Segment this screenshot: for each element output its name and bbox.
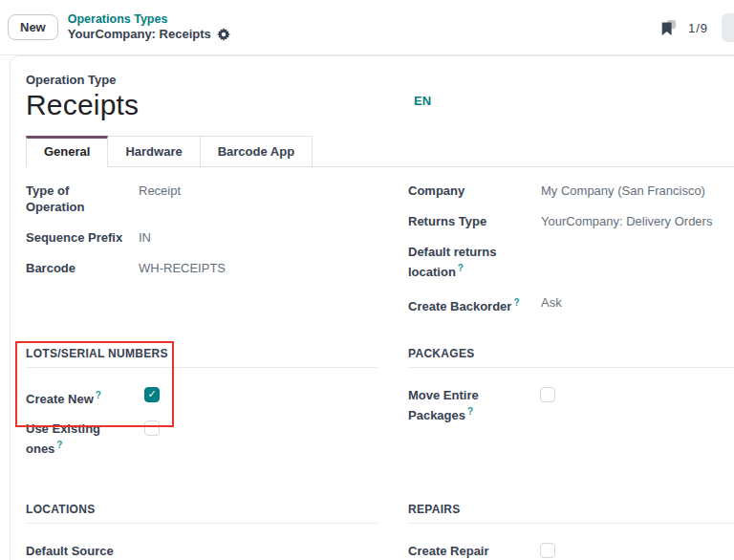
gear-icon[interactable] (217, 28, 230, 41)
field-label: Sequence Prefix (26, 229, 139, 246)
field-sequence-prefix: Sequence Prefix IN (26, 229, 378, 246)
field-default-source-location: Default Source Location? (26, 543, 378, 560)
field-label: Default returns location? (408, 244, 541, 280)
form-body: Type of Operation Receipt Sequence Prefi… (26, 183, 734, 560)
field-value[interactable]: WH-RECEIPTS (139, 260, 226, 276)
use-existing-ones-checkbox[interactable] (144, 420, 160, 436)
move-entire-packages-checkbox[interactable] (540, 387, 555, 402)
breadcrumb-parent-link[interactable]: Operations Types (68, 12, 230, 28)
field-label-text: Default Source Location (26, 544, 114, 560)
field-label: Default Source Location? (26, 543, 159, 560)
field-value[interactable]: IN (139, 229, 151, 246)
field-label: Move Entire Packages? (408, 387, 540, 423)
create-repair-orders-checkbox[interactable] (540, 543, 555, 558)
field-label: Create Repair Orders from Returns? (408, 543, 540, 560)
field-label: Use Existing ones? (26, 420, 144, 457)
field-label: Company (408, 183, 541, 199)
section-packages: PACKAGES Move Entire Packages? (408, 347, 734, 437)
field-label-text: Move Entire Packages (408, 388, 479, 422)
group-right-top: Company My Company (San Francisco) Retur… (408, 183, 734, 330)
field-label-text: Create Backorder (408, 300, 511, 314)
operation-type-label: Operation Type (26, 73, 734, 87)
field-value[interactable]: Receipt (139, 183, 181, 215)
section-title: PACKAGES (408, 347, 734, 368)
group-left-top: Type of Operation Receipt Sequence Prefi… (26, 183, 378, 291)
field-value[interactable]: Ask (541, 294, 562, 314)
tab-general[interactable]: General (26, 136, 108, 167)
control-panel: New Operations Types YourCompany: Receip… (0, 0, 734, 55)
field-barcode: Barcode WH-RECEIPTS (26, 260, 378, 276)
page-title[interactable]: Receipts (26, 89, 734, 121)
field-value[interactable]: My Company (San Francisco) (541, 183, 705, 199)
pager-next-button[interactable] (722, 13, 734, 42)
tab-barcode-app[interactable]: Barcode App (201, 136, 313, 166)
field-label-text: Use Existing ones (26, 421, 100, 456)
section-title: LOTS/SERIAL NUMBERS (26, 347, 378, 368)
field-create-new: Create New? (26, 387, 378, 407)
form-sheet: Operation Type Receipts EN General Hardw… (10, 55, 734, 560)
field-label-text: Default returns location (408, 245, 496, 279)
field-value[interactable]: YourCompany: Delivery Orders (541, 213, 712, 229)
pager-count: 1/9 (688, 21, 708, 35)
section-locations: LOCATIONS Default Source Location? Defau… (26, 503, 378, 560)
help-icon[interactable]: ? (96, 390, 101, 400)
breadcrumb-current-label: YourCompany: Receipts (68, 27, 211, 42)
section-title: LOCATIONS (26, 503, 378, 524)
notebook-tabs: General Hardware Barcode App (26, 136, 734, 167)
help-icon[interactable]: ? (467, 406, 473, 417)
field-use-existing-ones: Use Existing ones? (26, 420, 378, 457)
field-label-text: Create Repair Orders from Returns (408, 544, 489, 560)
translation-language-badge[interactable]: EN (414, 94, 431, 108)
create-new-checkbox[interactable] (144, 387, 160, 402)
field-company: Company My Company (San Francisco) (408, 183, 734, 199)
help-icon[interactable]: ? (56, 440, 62, 450)
field-label: Returns Type (408, 213, 541, 229)
section-title: REPAIRS (408, 503, 734, 524)
field-move-entire-packages: Move Entire Packages? (408, 387, 734, 423)
field-label: Barcode (26, 260, 139, 276)
field-create-repair-orders: Create Repair Orders from Returns? (408, 543, 734, 560)
section-lots-serial-numbers: LOTS/SERIAL NUMBERS Create New? Use Exis… (26, 347, 378, 471)
field-returns-type: Returns Type YourCompany: Delivery Order… (408, 213, 734, 229)
breadcrumb: Operations Types YourCompany: Receipts (68, 12, 230, 43)
field-type-of-operation: Type of Operation Receipt (26, 183, 378, 215)
field-label-text: Create New (26, 392, 94, 406)
help-icon[interactable]: ? (513, 297, 519, 308)
field-default-returns-location: Default returns location? (408, 244, 734, 280)
field-label: Type of Operation (26, 183, 139, 215)
bookmark-icon[interactable] (659, 19, 677, 36)
field-label: Create New? (26, 387, 144, 407)
field-create-backorder: Create Backorder? Ask (408, 294, 734, 314)
new-button[interactable]: New (8, 14, 58, 40)
pager-area: 1/9 (659, 0, 734, 55)
breadcrumb-current: YourCompany: Receipts (68, 27, 230, 42)
tab-hardware[interactable]: Hardware (108, 136, 200, 166)
field-label: Create Backorder? (408, 294, 541, 314)
help-icon[interactable]: ? (458, 263, 464, 273)
section-repairs: REPAIRS Create Repair Orders from Return… (408, 503, 734, 560)
